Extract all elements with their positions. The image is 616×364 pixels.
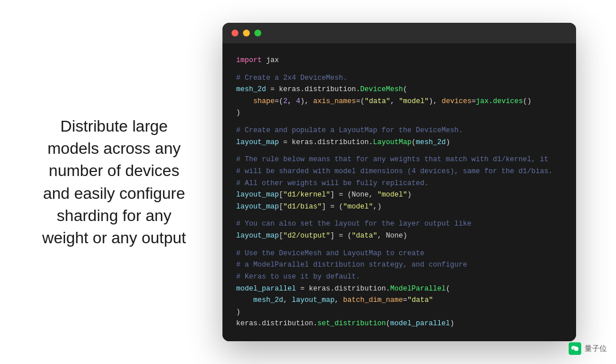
code-line: model_parallel = keras.distribution.Mode… xyxy=(236,283,562,295)
code-line: mesh_2d, layout_map, batch_dim_name="dat… xyxy=(236,295,562,306)
code-line: keras.distribution.set_distribution(mode… xyxy=(236,318,562,330)
watermark-text: 量子位 xyxy=(585,343,607,354)
code-line: # The rule below means that for any weig… xyxy=(236,154,562,166)
watermark: 量子位 xyxy=(569,342,607,355)
code-blank xyxy=(236,212,562,218)
code-blank xyxy=(236,148,562,154)
content-area: Distribute large models across any numbe… xyxy=(0,0,616,364)
code-line: # will be sharded with model dimensions … xyxy=(236,166,562,178)
code-line: ) xyxy=(236,306,562,318)
close-dot xyxy=(232,30,238,36)
minimize-dot xyxy=(243,30,250,36)
code-blank xyxy=(236,119,562,125)
code-blank xyxy=(236,242,562,248)
code-line: layout_map = keras.distribution.LayoutMa… xyxy=(236,137,562,149)
code-line: mesh_2d = keras.distribution.DeviceMesh( xyxy=(236,84,562,96)
code-line: # Create a 2x4 DeviceMesh. xyxy=(236,72,562,84)
slide-container: Distribute large models across any numbe… xyxy=(0,0,616,364)
code-line: layout_map["d1/kernel"] = (None, "model"… xyxy=(236,189,562,201)
code-line: # All other weights will be fully replic… xyxy=(236,178,562,190)
code-blank xyxy=(236,67,562,72)
code-body: import jax # Create a 2x4 DeviceMesh. me… xyxy=(222,43,576,341)
code-line: # Use the DeviceMesh and LayoutMap to cr… xyxy=(236,248,562,260)
code-line: shape=(2, 4), axis_names=("data", "model… xyxy=(236,96,562,108)
code-line: # Create and populate a LayoutMap for th… xyxy=(236,125,562,137)
code-line: layout_map["d1/bias"] = ("model",) xyxy=(236,201,562,213)
wechat-icon xyxy=(569,342,581,355)
code-line: # You can also set the layout for the la… xyxy=(236,218,562,230)
code-line: ) xyxy=(236,107,562,119)
code-line: layout_map["d2/output"] = ("data", None) xyxy=(236,230,562,242)
code-line: # a ModelParallel distribution strategy,… xyxy=(236,259,562,271)
window-titlebar xyxy=(222,23,576,43)
left-description: Distribute large models across any numbe… xyxy=(40,115,188,249)
code-window: import jax # Create a 2x4 DeviceMesh. me… xyxy=(222,23,576,341)
code-line: # Keras to use it by default. xyxy=(236,271,562,283)
maximize-dot xyxy=(254,30,261,36)
code-line: import jax xyxy=(236,55,562,67)
